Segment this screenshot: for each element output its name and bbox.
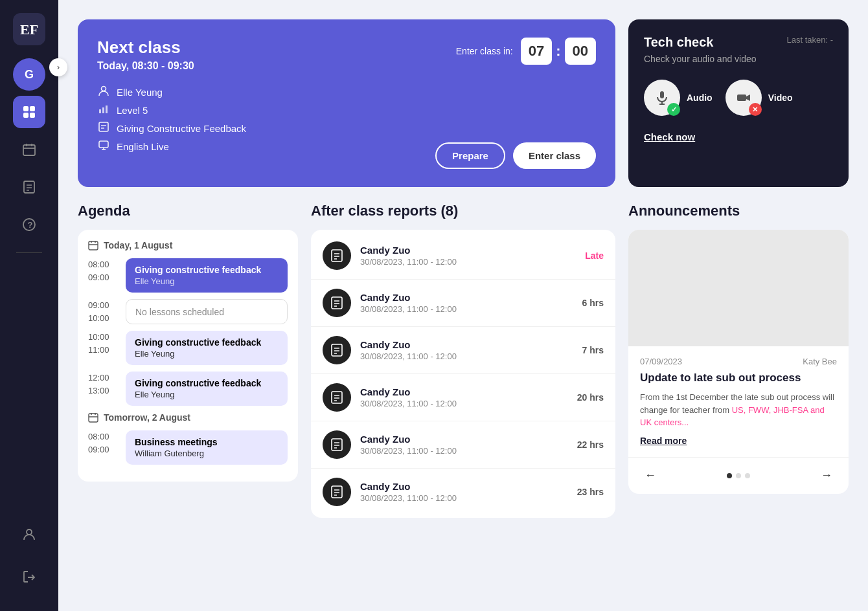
lesson-1200[interactable]: Giving constructive feedback Elle Yeung [126, 372, 288, 406]
read-more-link[interactable]: Read more [640, 436, 687, 446]
sidebar-item-logout[interactable] [13, 561, 45, 593]
level-value: Level 5 [117, 105, 148, 116]
no-lesson-0900: No lessons scheduled [126, 299, 288, 324]
nav-dot-2[interactable] [736, 473, 741, 478]
platform-name: English Live [117, 141, 169, 152]
report-status-6: 23 hrs [577, 487, 604, 497]
lesson-1000-student: Elle Yeung [135, 349, 279, 359]
tech-check-header: Tech check Last taken: - [644, 35, 833, 50]
sidebar-toggle[interactable]: › [49, 58, 67, 76]
svg-rect-17 [99, 109, 101, 113]
svg-rect-5 [23, 145, 35, 155]
report-info-4: Candy Zuo 30/08/2023, 11:00 - 12:00 [360, 386, 568, 408]
svg-rect-4 [30, 113, 35, 118]
enter-class-button[interactable]: Enter class [513, 142, 596, 169]
report-row-3[interactable]: Candy Zuo 30/08/2023, 11:00 - 12:00 7 hr… [311, 327, 615, 374]
main-content: Next class Today, 08:30 - 09:30 Elle Yeu… [58, 0, 868, 611]
nav-dot-1[interactable] [727, 473, 732, 478]
sidebar-item-dashboard[interactable] [13, 96, 45, 128]
report-info-1: Candy Zuo 30/08/2023, 11:00 - 12:00 [360, 245, 576, 267]
announcement-meta: 07/09/2023 Katy Bee [640, 357, 837, 366]
report-row-4[interactable]: Candy Zuo 30/08/2023, 11:00 - 12:00 20 h… [311, 374, 615, 421]
lesson-row: Giving Constructive Feedback [97, 121, 596, 135]
audio-label: Audio [687, 93, 713, 103]
svg-rect-19 [106, 106, 108, 113]
svg-rect-3 [23, 113, 29, 118]
report-status-1: Late [585, 250, 604, 261]
teacher-row: Elle Yeung [97, 85, 596, 99]
nav-prev-button[interactable]: ← [640, 465, 661, 486]
action-buttons: Prepare Enter class [435, 142, 596, 169]
svg-rect-38 [332, 250, 342, 261]
timer-section: Enter class in: 07 : 00 [456, 38, 596, 65]
svg-rect-54 [332, 439, 342, 450]
check-now-link[interactable]: Check now [644, 131, 695, 142]
report-date-5: 30/08/2023, 11:00 - 12:00 [360, 446, 568, 456]
reports-card: Candy Zuo 30/08/2023, 11:00 - 12:00 Late [311, 230, 615, 518]
lesson-1200-title: Giving constructive feedback [135, 378, 279, 388]
report-name-1: Candy Zuo [360, 245, 576, 256]
agenda-row-tomorrow-0800: 08:0009:00 Business meetings William Gut… [88, 430, 288, 465]
agenda-row-1000: 10:0011:00 Giving constructive feedback … [88, 331, 288, 365]
next-class-card: Next class Today, 08:30 - 09:30 Elle Yeu… [78, 19, 615, 187]
agenda-row-0900: 09:0010:00 No lessons scheduled [88, 299, 288, 324]
svg-rect-20 [99, 122, 108, 131]
calendar-icon [88, 240, 98, 250]
svg-rect-1 [23, 106, 29, 111]
tech-check-subtitle: Check your audio and video [644, 54, 833, 64]
agenda-card: Today, 1 August 08:0009:00 Giving constr… [78, 230, 298, 482]
svg-rect-29 [737, 94, 746, 101]
agenda-title: Agenda [78, 203, 298, 219]
enter-class-label: Enter class in: [456, 46, 513, 56]
nav-dot-3[interactable] [745, 473, 750, 478]
report-row-2[interactable]: Candy Zuo 30/08/2023, 11:00 - 12:00 6 hr… [311, 280, 615, 327]
svg-rect-9 [24, 181, 34, 193]
video-label: Video [768, 93, 793, 103]
time-0800: 08:0009:00 [88, 258, 119, 293]
report-status-4: 20 hrs [577, 392, 604, 403]
svg-text:?: ? [28, 220, 33, 230]
agenda-row-1200: 12:0013:00 Giving constructive feedback … [88, 372, 288, 406]
tomorrow-date-label: Tomorrow, 2 August [104, 412, 190, 423]
report-row-5[interactable]: Candy Zuo 30/08/2023, 11:00 - 12:00 22 h… [311, 421, 615, 469]
lesson-icon [97, 121, 110, 135]
sidebar: EF › G ? [0, 0, 58, 611]
svg-rect-2 [30, 106, 35, 111]
nav-next-button[interactable]: → [816, 465, 837, 486]
sidebar-item-reports[interactable] [13, 171, 45, 203]
announcement-text: From the 1st December the late sub out p… [640, 391, 837, 429]
sidebar-divider [16, 252, 42, 253]
level-row: Level 5 [97, 103, 596, 117]
report-row-1[interactable]: Candy Zuo 30/08/2023, 11:00 - 12:00 Late [311, 232, 615, 280]
svg-rect-46 [332, 344, 342, 356]
report-row-6[interactable]: Candy Zuo 30/08/2023, 11:00 - 12:00 23 h… [311, 469, 615, 515]
reports-title: After class reports (8) [311, 203, 615, 219]
prepare-button[interactable]: Prepare [435, 142, 505, 169]
level-icon [97, 103, 110, 117]
sidebar-item-help[interactable]: ? [13, 208, 45, 241]
avatar[interactable]: G [13, 58, 45, 91]
report-date-3: 30/08/2023, 11:00 - 12:00 [360, 351, 573, 361]
announcements-card: 07/09/2023 Katy Bee Update to late sub o… [628, 230, 849, 494]
lesson-0800[interactable]: Giving constructive feedback Elle Yeung [126, 258, 288, 293]
svg-rect-26 [660, 91, 664, 98]
time-0900: 09:0010:00 [88, 299, 119, 324]
lesson-0800-student: Elle Yeung [135, 276, 279, 286]
report-info-2: Candy Zuo 30/08/2023, 11:00 - 12:00 [360, 292, 573, 314]
report-name-4: Candy Zuo [360, 386, 568, 397]
bottom-section: Agenda Today, 1 August 08:0009:00 Givi [78, 203, 849, 598]
sidebar-item-calendar[interactable] [13, 133, 45, 166]
report-icon-5 [323, 430, 351, 459]
svg-rect-23 [99, 141, 108, 148]
nav-dots [727, 473, 750, 478]
report-info-3: Candy Zuo 30/08/2023, 11:00 - 12:00 [360, 339, 573, 361]
announcement-body: 07/09/2023 Katy Bee Update to late sub o… [628, 346, 849, 457]
sidebar-item-profile[interactable] [13, 518, 45, 550]
svg-point-15 [27, 529, 32, 535]
reports-section: After class reports (8) Candy Zuo 30/08/ [311, 203, 615, 598]
lesson-tomorrow-0800[interactable]: Business meetings William Gutenberg [126, 430, 288, 465]
lesson-0800-title: Giving constructive feedback [135, 265, 279, 275]
report-date-4: 30/08/2023, 11:00 - 12:00 [360, 399, 568, 408]
lesson-1000[interactable]: Giving constructive feedback Elle Yeung [126, 331, 288, 365]
tech-items: ✓ Audio ✕ Video [644, 80, 833, 116]
